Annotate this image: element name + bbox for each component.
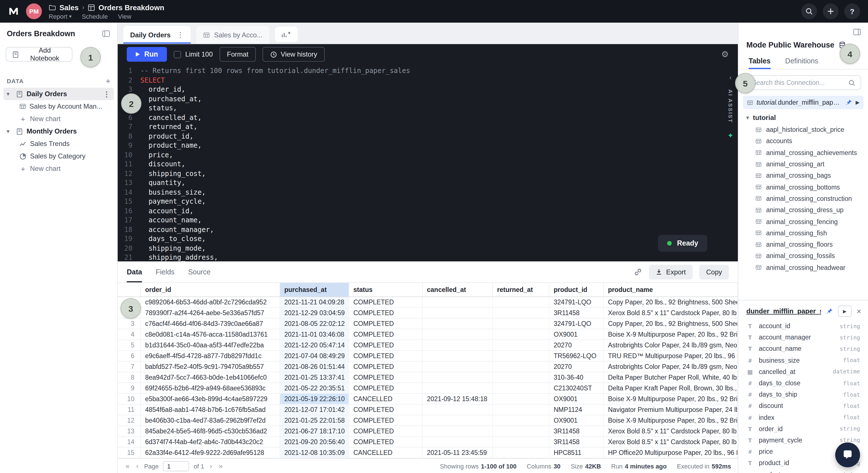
table-detail-title-link[interactable]: dunder_mifflin_paper_s... xyxy=(746,307,821,315)
code-line[interactable]: 3 order_id, xyxy=(118,85,723,94)
table-row[interactable]: 10 e5ba300f-ae66-43eb-899d-4c4ae5897229 … xyxy=(118,393,738,404)
cell-product-id[interactable]: C2130240ST xyxy=(549,382,603,393)
table-row[interactable]: 4 c8e0d081-c14a-4576-acca-11580ad13761 2… xyxy=(118,329,738,340)
format-button[interactable]: Format xyxy=(220,47,256,62)
field-row[interactable]: account_id string xyxy=(738,320,868,332)
cell-status[interactable]: COMPLETED xyxy=(348,415,422,425)
tab-sales-by-account[interactable]: Sales by Acco... xyxy=(197,26,269,43)
sidebar-item-sales-by-category[interactable]: Sales by Category xyxy=(3,150,114,162)
cell-returned-at[interactable] xyxy=(492,296,549,307)
cell-status[interactable]: COMPLETED xyxy=(348,436,422,447)
sparkle-icon[interactable]: ✦ xyxy=(727,131,734,139)
cell-cancelled-at[interactable]: 2021-05-11 23:45:59 xyxy=(422,447,492,458)
add-notebook-button[interactable]: Add Notebook xyxy=(6,47,72,62)
code-line[interactable]: 8 product_id, xyxy=(118,131,723,141)
cell-status[interactable]: COMPLETED xyxy=(348,350,422,361)
table-list-item[interactable]: animal_crossing_bags xyxy=(738,170,868,181)
cell-returned-at[interactable] xyxy=(492,340,549,350)
table-row[interactable]: 14 6d374f74-f4ab-4ef2-ab4c-7d0b443c20c2 … xyxy=(118,436,738,447)
new-button[interactable] xyxy=(823,3,839,19)
table-row[interactable]: 1 c9892064-6b53-46dd-a0bf-2c7296cda952 2… xyxy=(118,296,738,307)
cell-status[interactable]: COMPLETED xyxy=(348,425,422,436)
cell-cancelled-at[interactable] xyxy=(422,307,492,318)
cell-product-name[interactable]: Delta Paper Kraft Paper Roll, Brown, 30 … xyxy=(603,382,738,393)
cell-returned-at[interactable] xyxy=(492,415,549,425)
cell-purchased-at[interactable]: 2021-07-04 08:49:29 xyxy=(280,350,348,361)
field-row[interactable]: days_to_close float xyxy=(738,377,868,389)
copy-button[interactable]: Copy xyxy=(700,264,729,279)
chevron-down-icon[interactable]: ▾ xyxy=(7,91,12,97)
code-line[interactable]: 14 business_size, xyxy=(118,188,723,197)
table-row[interactable]: 6 e9c6aeff-4f5d-4728-a877-7db8297fdd1c 2… xyxy=(118,350,738,361)
sql-code-area[interactable]: 1 -- Returns first 100 rows from tutoria… xyxy=(118,64,723,261)
add-chart-tab-button[interactable] xyxy=(275,27,298,42)
cell-cancelled-at[interactable] xyxy=(422,425,492,436)
chevron-down-icon[interactable]: ▾ xyxy=(746,115,749,121)
code-line[interactable]: 7 returned_at, xyxy=(118,122,723,131)
cell-purchased-at[interactable]: 2021-08-26 01:51:44 xyxy=(280,361,348,372)
menu-schedule[interactable]: Schedule xyxy=(82,13,108,20)
cell-returned-at[interactable] xyxy=(492,436,549,447)
cell-product-id[interactable]: OX9001 xyxy=(549,415,603,425)
table-list-item[interactable]: animal_crossing_achievements xyxy=(738,147,868,158)
cell-product-id[interactable]: 324791-LQO xyxy=(549,296,603,307)
page-input[interactable] xyxy=(163,461,189,471)
code-line[interactable]: 13 quantity, xyxy=(118,178,723,188)
table-list-item[interactable]: animal_crossing_fencing xyxy=(738,216,868,227)
field-row[interactable]: days_to_ship float xyxy=(738,389,868,400)
cell-returned-at[interactable] xyxy=(492,393,549,404)
code-line[interactable]: 6 cancelled_at, xyxy=(118,113,723,122)
code-line[interactable]: 20 shipping_mode, xyxy=(118,244,723,253)
field-row[interactable]: account_manager string xyxy=(738,332,868,343)
cell-purchased-at[interactable]: 2021-05-22 20:35:51 xyxy=(280,382,348,393)
cell-order-id[interactable]: 6d374f74-f4ab-4ef2-ab4c-7d0b443c20c2 xyxy=(140,436,280,447)
table-row[interactable]: 5 b1d31644-35c0-40aa-a5f3-44f7edfe22ba 2… xyxy=(118,340,738,350)
cell-status[interactable]: CANCELLED xyxy=(348,447,422,458)
table-list-item[interactable]: animal_crossing_bottoms xyxy=(738,181,868,193)
chevron-down-icon[interactable]: ▾ xyxy=(7,128,12,134)
sidebar-item-sales-by-account-manager[interactable]: Sales by Account Man... xyxy=(3,100,114,113)
limit-checkbox-row[interactable]: Limit 100 xyxy=(174,50,213,58)
run-table-button[interactable]: ▶ xyxy=(838,306,851,317)
code-line[interactable]: 2 SELECT xyxy=(118,75,723,85)
cell-purchased-at[interactable]: 2021-11-21 04:09:28 xyxy=(280,296,348,307)
field-row[interactable]: discount float xyxy=(738,400,868,412)
cell-product-name[interactable]: Xerox Bold 8.5" x 11" Cardstock Paper, 8… xyxy=(603,425,738,436)
code-line[interactable]: 15 payment_cycle, xyxy=(118,197,723,206)
cell-product-id[interactable]: HPC8511 xyxy=(549,447,603,458)
new-chart-button[interactable]: + New chart xyxy=(3,113,114,125)
cell-product-id[interactable]: 310-36-40 xyxy=(549,372,603,382)
run-table-icon[interactable]: ▶ xyxy=(856,100,860,105)
cell-product-name[interactable]: Boise X-9 Multipurpose Paper, 20 lbs., 9… xyxy=(603,415,738,425)
table-row[interactable]: 2 789390f7-a2f4-4264-aebe-5e336a57fd57 2… xyxy=(118,307,738,318)
kebab-menu-icon[interactable]: ⋮ xyxy=(103,90,110,98)
column-header-order-id[interactable]: order_id xyxy=(140,283,280,296)
code-line[interactable]: 9 product_name, xyxy=(118,141,723,150)
cell-status[interactable]: COMPLETED xyxy=(348,296,422,307)
export-button[interactable]: Export xyxy=(649,264,692,279)
tab-data[interactable]: Data xyxy=(127,261,142,282)
cell-purchased-at[interactable]: 2021-05-19 22:26:10 xyxy=(280,393,348,404)
cell-order-id[interactable]: 8ea942d7-5cc7-4663-b0de-1eb41066efc0 xyxy=(140,372,280,382)
cell-purchased-at[interactable]: 2021-01-25 22:01:58 xyxy=(280,415,348,425)
tab-tables[interactable]: Tables xyxy=(749,53,770,69)
next-page-icon[interactable]: › xyxy=(209,462,213,470)
cell-product-id[interactable]: TR56962-LQO xyxy=(549,350,603,361)
breadcrumb-workspace[interactable]: Sales xyxy=(59,3,79,11)
code-line[interactable]: 10 price, xyxy=(118,150,723,160)
table-row[interactable]: 8 8ea942d7-5cc7-4663-b0de-1eb41066efc0 2… xyxy=(118,372,738,382)
cell-returned-at[interactable] xyxy=(492,382,549,393)
cell-product-id[interactable]: 20270 xyxy=(549,361,603,372)
table-row[interactable]: 3 c76acf4f-466d-4f06-84d3-739c0ae66a87 2… xyxy=(118,318,738,329)
table-list-item[interactable]: animal_crossing_dress_up xyxy=(738,204,868,216)
cell-product-name[interactable]: Xerox Bold 8.5" x 11" Cardstock Paper, 8… xyxy=(603,436,738,447)
table-list-item[interactable]: animal_crossing_art xyxy=(738,158,868,170)
cell-cancelled-at[interactable] xyxy=(422,340,492,350)
sidebar-item-monthly-orders[interactable]: ▾ Monthly Orders xyxy=(3,125,114,137)
cell-status[interactable]: COMPLETED xyxy=(348,307,422,318)
cell-order-id[interactable]: c8e0d081-c14a-4576-acca-11580ad13761 xyxy=(140,329,280,340)
cell-product-id[interactable]: 3R11458 xyxy=(549,436,603,447)
cell-returned-at[interactable] xyxy=(492,350,549,361)
chat-widget-button[interactable] xyxy=(835,442,860,467)
pin-icon[interactable] xyxy=(826,308,833,315)
